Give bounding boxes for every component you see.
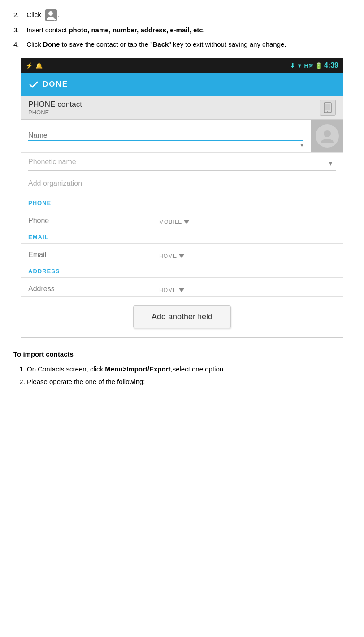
import-steps-list: On Contacts screen, click Menu>Import/Ex… <box>27 363 351 388</box>
phonetic-row: Phonetic name ▾ <box>21 153 343 173</box>
device-icon <box>320 100 336 116</box>
step2-text: 2. Click + . <box>13 9 351 22</box>
add-field-container: Add another field <box>21 297 343 337</box>
signal-icon: H⤲ <box>304 62 313 69</box>
phone-type-dropdown[interactable]: MOBILE <box>159 219 189 225</box>
import-step1: On Contacts screen, click Menu>Import/Ex… <box>27 363 351 376</box>
phone-dropdown-arrow-icon <box>184 220 189 224</box>
phone-section-header: PHONE <box>21 194 343 209</box>
battery-icon: 🔋 <box>315 62 322 69</box>
phone-type-label: MOBILE <box>159 219 182 225</box>
phone-section-title: PHONE <box>28 200 51 206</box>
phone-field-row: MOBILE <box>21 209 343 228</box>
address-type-dropdown[interactable]: HOME <box>159 287 184 293</box>
wifi-icon: ▼ <box>297 62 303 69</box>
phone-input[interactable] <box>28 215 154 226</box>
address-input[interactable] <box>28 283 154 294</box>
avatar <box>316 124 339 148</box>
add-another-field-button[interactable]: Add another field <box>133 305 231 328</box>
address-type-label: HOME <box>159 287 177 293</box>
add-contact-icon: + <box>45 9 57 22</box>
phone-screenshot: ⚡ 🔔 ⬇ ▼ H⤲ 🔋 4:39 DONE PHONE contact PHO… <box>21 58 343 338</box>
contact-title: PHONE contact <box>28 100 82 109</box>
svg-point-6 <box>324 130 331 137</box>
avatar-box[interactable] <box>311 120 343 152</box>
name-row: ▾ <box>21 120 343 153</box>
email-input[interactable] <box>28 249 154 260</box>
address-section-header: ADDRESS <box>21 262 343 278</box>
org-label: Add organization <box>28 179 82 187</box>
email-dropdown-arrow-icon <box>179 254 184 258</box>
step4-text: 4. Click Done to save the contact or tap… <box>13 39 351 50</box>
notification-icon: 🔔 <box>35 62 43 69</box>
contact-subtitle: PHONE <box>28 109 82 116</box>
done-bar[interactable]: DONE <box>21 73 343 96</box>
phonetic-input-area[interactable]: Phonetic name ▾ <box>28 158 336 171</box>
avatar-person-icon <box>319 128 335 144</box>
phonetic-underline <box>28 170 336 171</box>
svg-point-1 <box>48 11 53 16</box>
name-input-area[interactable]: ▾ <box>21 120 311 152</box>
address-dropdown-arrow-icon <box>179 288 184 292</box>
phone-device-icon <box>322 102 333 113</box>
svg-rect-4 <box>325 104 330 110</box>
email-type-dropdown[interactable]: HOME <box>159 253 184 259</box>
bluetooth-icon: ⬇ <box>290 62 295 69</box>
address-section-title: ADDRESS <box>28 268 60 275</box>
address-field-row: HOME <box>21 278 343 297</box>
email-section-title: EMAIL <box>28 234 48 240</box>
email-field-row: HOME <box>21 244 343 262</box>
name-input[interactable] <box>28 130 303 141</box>
checkmark-icon <box>28 79 39 90</box>
import-step2: Please operate the one of the following: <box>27 375 351 388</box>
email-section-header: EMAIL <box>21 228 343 244</box>
time-display: 4:39 <box>324 61 338 70</box>
step3-text: 3. Insert contact photo, name, number, a… <box>13 24 351 36</box>
svg-point-5 <box>327 111 328 112</box>
status-bar: ⚡ 🔔 ⬇ ▼ H⤲ 🔋 4:39 <box>21 58 343 73</box>
svg-text:+: + <box>53 17 56 22</box>
status-left-icons: ⚡ 🔔 <box>26 62 43 69</box>
contact-header-left: PHONE contact PHONE <box>28 100 82 116</box>
phonetic-expand-icon[interactable]: ▾ <box>329 160 332 167</box>
usb-icon: ⚡ <box>26 62 33 69</box>
contact-header: PHONE contact PHONE <box>21 96 343 120</box>
org-row[interactable]: Add organization <box>21 173 343 194</box>
import-section-title: To import contacts <box>13 349 351 360</box>
phonetic-label: Phonetic name <box>28 158 76 169</box>
name-expand-icon[interactable]: ▾ <box>300 141 303 150</box>
status-right-area: ⬇ ▼ H⤲ 🔋 4:39 <box>290 61 338 70</box>
done-button[interactable]: DONE <box>28 79 68 90</box>
email-type-label: HOME <box>159 253 177 259</box>
